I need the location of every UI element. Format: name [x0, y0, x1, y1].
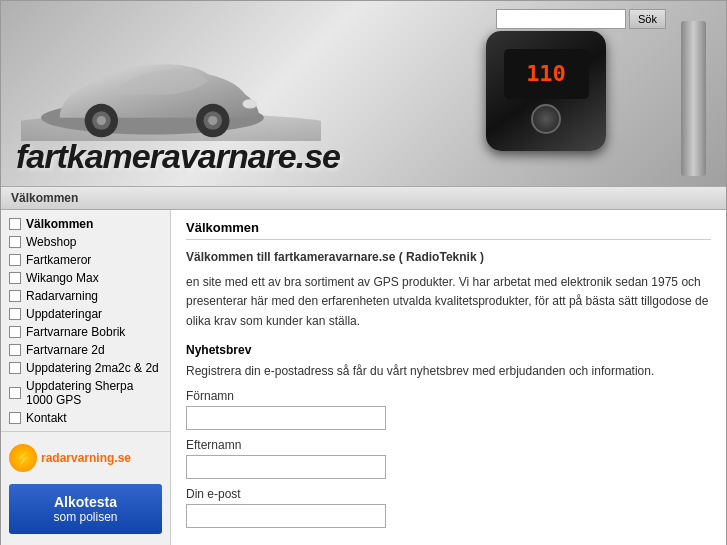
sidebar-item-fartvarnare2d[interactable]: Fartvarnare 2d — [1, 341, 170, 359]
sidebar-item-webshop[interactable]: Webshop — [1, 233, 170, 251]
content-area: Välkommen Välkommen till fartkameravarna… — [171, 210, 726, 545]
site-logo: fartkameravarnare.se — [16, 137, 340, 176]
newsletter-heading: Nyhetsbrev — [186, 343, 711, 357]
checkbox-velkommen — [9, 218, 21, 230]
car-image — [21, 11, 321, 141]
firstname-label: Förnamn — [186, 389, 711, 403]
checkbox-webshop — [9, 236, 21, 248]
main-content: Välkommen Webshop Fartkameror Wikango Ma… — [1, 210, 726, 545]
checkbox-radarvarning — [9, 290, 21, 302]
sidebar-item-radarvarning[interactable]: Radarvarning — [1, 287, 170, 305]
radar-device: 110 — [486, 31, 606, 151]
radar-display: 110 — [526, 61, 566, 86]
sidebar: Välkommen Webshop Fartkameror Wikango Ma… — [1, 210, 171, 545]
navbar-label: Välkommen — [11, 191, 78, 205]
radar-circle-icon: ⚡ — [9, 444, 37, 472]
checkbox-bobrik — [9, 326, 21, 338]
svg-point-4 — [97, 116, 106, 125]
lastname-group: Efternamn — [186, 438, 711, 479]
checkbox-uppdatering2ma2c — [9, 362, 21, 374]
description-paragraph: en site med ett av bra sortiment av GPS … — [186, 273, 711, 331]
svg-point-7 — [208, 116, 217, 125]
lastname-input[interactable] — [186, 455, 386, 479]
firstname-input[interactable] — [186, 406, 386, 430]
email-label: Din e-post — [186, 487, 711, 501]
email-input[interactable] — [186, 504, 386, 528]
checkbox-fartkameror — [9, 254, 21, 266]
search-input[interactable] — [496, 9, 626, 29]
lastname-label: Efternamn — [186, 438, 711, 452]
sidebar-item-wikango[interactable]: Wikango Max — [1, 269, 170, 287]
checkbox-uppdateringar — [9, 308, 21, 320]
email-group: Din e-post — [186, 487, 711, 528]
alkotesta-line2: som polisen — [14, 510, 157, 524]
sidebar-item-bobrik[interactable]: Fartvarnare Bobrik — [1, 323, 170, 341]
radarvarning-label: radarvarning.se — [41, 451, 131, 465]
checkbox-kontakt — [9, 412, 21, 424]
sidebar-item-uppdateringar[interactable]: Uppdateringar — [1, 305, 170, 323]
search-button[interactable]: Sök — [629, 9, 666, 29]
header: 110 Sök fartkameravarnare.se — [1, 1, 726, 186]
radarvarning-logo[interactable]: ⚡ radarvarning.se — [9, 444, 162, 472]
firstname-group: Förnamn — [186, 389, 711, 430]
search-area: Sök — [496, 9, 666, 29]
alkotesta-line1: Alkotesta — [14, 494, 157, 510]
alkotesta-banner[interactable]: Alkotesta som polisen — [9, 484, 162, 534]
radar-button — [531, 104, 561, 134]
checkbox-sherpa — [9, 387, 21, 399]
newsletter-desc: Registrera din e-postadress så får du vå… — [186, 362, 711, 381]
sidebar-divider — [1, 431, 170, 432]
sidebar-item-sherpa[interactable]: Uppdatering Sherpa 1000 GPS — [1, 377, 170, 409]
sidebar-item-uppdatering2ma2c[interactable]: Uppdatering 2ma2c & 2d — [1, 359, 170, 377]
radar-screen: 110 — [504, 49, 589, 99]
speed-camera-pole — [681, 21, 706, 176]
intro-paragraph: Välkommen till fartkameravarnare.se ( Ra… — [186, 248, 711, 267]
navbar: Välkommen — [1, 186, 726, 210]
checkbox-fartvarnare2d — [9, 344, 21, 356]
content-heading: Välkommen — [186, 220, 711, 240]
sidebar-item-velkommen[interactable]: Välkommen — [1, 215, 170, 233]
checkbox-wikango — [9, 272, 21, 284]
svg-point-8 — [243, 99, 258, 108]
sidebar-item-kontakt[interactable]: Kontakt — [1, 409, 170, 427]
sidebar-item-fartkameror[interactable]: Fartkameror — [1, 251, 170, 269]
